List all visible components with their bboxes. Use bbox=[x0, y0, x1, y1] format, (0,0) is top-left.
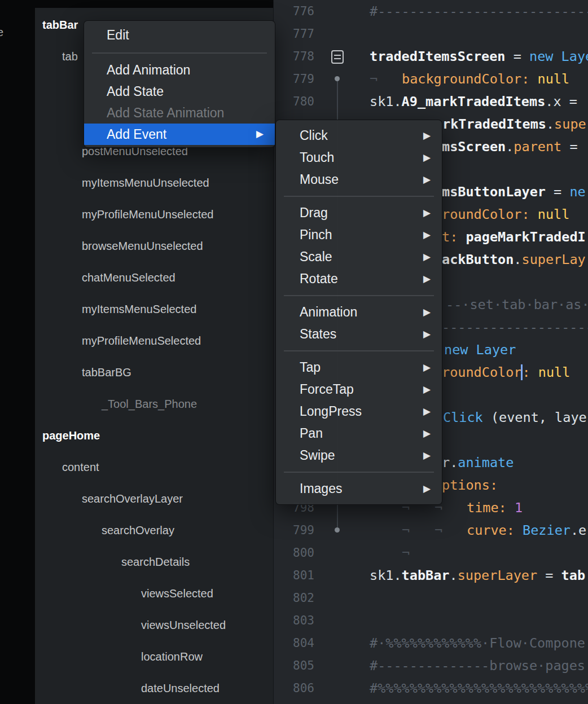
code-token: . bbox=[506, 139, 514, 155]
submenu-item-mouse[interactable]: Mouse▶ bbox=[276, 169, 442, 191]
layer-item-dateunselected[interactable]: dateUnselected bbox=[141, 682, 220, 695]
code-fragment: ackButton.superLay bbox=[442, 248, 586, 271]
code-token: = bbox=[561, 139, 585, 155]
code-line-802[interactable]: 802 bbox=[274, 587, 588, 609]
submenu-item-rotate[interactable]: Rotate▶ bbox=[276, 268, 442, 290]
menu-item-label: Drag bbox=[300, 205, 328, 220]
code-line-780[interactable]: 780sk1.A9_markTradedItems.x = bbox=[274, 90, 588, 113]
code-line-805[interactable]: 805#--------------browse·pages bbox=[274, 654, 588, 677]
menu-item-add-animation[interactable]: Add Animation bbox=[84, 59, 275, 81]
layer-item-content[interactable]: content bbox=[62, 461, 99, 474]
code-fragment: #·%%%%%%%%%%%%·Flow·Compone bbox=[370, 632, 585, 654]
code-token: Layer bbox=[561, 49, 588, 64]
code-line-804[interactable]: 804#·%%%%%%%%%%%%·Flow·Compone bbox=[274, 632, 588, 654]
line-number: 802 bbox=[274, 587, 314, 609]
code-token: ¬ bbox=[402, 545, 410, 561]
submenu-item-longpress[interactable]: LongPress▶ bbox=[276, 401, 442, 423]
menu-item-add-state[interactable]: Add State bbox=[84, 81, 275, 102]
code-token: ackButton bbox=[442, 252, 514, 267]
submenu-item-swipe[interactable]: Swipe▶ bbox=[276, 445, 442, 467]
code-token: parent bbox=[514, 139, 561, 155]
menu-item-add-state-animation: Add State Animation bbox=[84, 102, 275, 124]
code-line-800[interactable]: 800¬ bbox=[274, 542, 588, 564]
code-line-777[interactable]: 777 bbox=[274, 23, 588, 45]
layer-item-tabbarbg[interactable]: tabBarBG bbox=[82, 366, 131, 379]
menu-item-label: Add State bbox=[107, 84, 164, 99]
submenu-item-tap[interactable]: Tap▶ bbox=[276, 357, 442, 379]
code-token: --·set·tab·bar·as· bbox=[446, 297, 588, 313]
layer-item-searchdetails[interactable]: searchDetails bbox=[121, 556, 190, 569]
code-line-801[interactable]: 801sk1.tabBar.superLayer = tab bbox=[274, 564, 588, 587]
context-menu: EditAdd AnimationAdd StateAdd State Anim… bbox=[84, 20, 275, 148]
submenu-item-drag[interactable]: Drag▶ bbox=[276, 202, 442, 224]
code-fragment: msButtonLayer = ne bbox=[442, 181, 586, 203]
submenu-item-states[interactable]: States▶ bbox=[276, 323, 442, 345]
code-token: backgroundColor: bbox=[402, 71, 529, 87]
layer-item-tab[interactable]: tab bbox=[62, 50, 78, 63]
submenu-arrow-icon: ▶ bbox=[423, 268, 431, 290]
layer-item-tool-bars-phone[interactable]: _Tool_Bars_Phone bbox=[102, 398, 197, 411]
code-token: (event, laye bbox=[483, 410, 587, 425]
code-token: ¬ bbox=[402, 522, 410, 538]
submenu-arrow-icon: ▶ bbox=[423, 301, 431, 323]
submenu-item-pinch[interactable]: Pinch▶ bbox=[276, 224, 442, 246]
layer-item-viewsunselected[interactable]: viewsUnselected bbox=[141, 619, 226, 632]
submenu-item-images[interactable]: Images▶ bbox=[276, 478, 442, 500]
code-token: #%%%%%%%%%%%%%%%%%%%%%%%%%%%%% bbox=[370, 680, 588, 696]
code-token: . bbox=[393, 94, 401, 109]
code-token: ¬ bbox=[370, 71, 378, 87]
submenu-item-pan[interactable]: Pan▶ bbox=[276, 423, 442, 445]
submenu-arrow-icon: ▶ bbox=[423, 246, 431, 268]
code-token bbox=[529, 71, 537, 87]
submenu-item-animation[interactable]: Animation▶ bbox=[276, 301, 442, 323]
menu-separator bbox=[284, 472, 434, 473]
layer-item-locationrow[interactable]: locationRow bbox=[141, 650, 203, 663]
layer-item-chatmenuselected[interactable]: chatMenuSelected bbox=[82, 271, 175, 284]
layer-item-browsemenuunselected[interactable]: browseMenuUnselected bbox=[82, 240, 203, 253]
code-line-779[interactable]: 779¬backgroundColor: null bbox=[274, 68, 588, 90]
line-number: 779 bbox=[274, 68, 314, 90]
submenu-item-scale[interactable]: Scale▶ bbox=[276, 246, 442, 268]
layer-item-tabbar[interactable]: tabBar bbox=[42, 19, 78, 32]
code-token bbox=[507, 500, 515, 516]
layer-item-searchoverlay[interactable]: searchOverlay bbox=[102, 524, 174, 537]
layer-item-myprofilemenuselected[interactable]: myProfileMenuSelected bbox=[82, 335, 201, 347]
code-token bbox=[468, 342, 476, 358]
menu-item-label: Touch bbox=[300, 150, 334, 165]
menu-separator bbox=[284, 295, 434, 296]
code-token: . bbox=[450, 567, 458, 583]
layer-item-myitemsmenuunselected[interactable]: myItemsMenuUnselected bbox=[82, 177, 209, 190]
code-token: Layer bbox=[476, 342, 516, 358]
code-token: msButtonLayer bbox=[442, 184, 546, 200]
clipped-edge-text: e bbox=[0, 26, 3, 39]
app-window: 776#------------------------------777778… bbox=[0, 0, 588, 704]
code-token: = bbox=[506, 49, 529, 64]
layer-item-searchoverlaylayer[interactable]: searchOverlayLayer bbox=[82, 492, 183, 505]
code-line-799[interactable]: 799¬¬curve: Bezier.e bbox=[274, 519, 588, 542]
submenu-arrow-icon: ▶ bbox=[423, 379, 431, 401]
layer-item-viewsselected[interactable]: viewsSelected bbox=[141, 587, 213, 600]
layer-item-myitemsmenuselected[interactable]: myItemsMenuSelected bbox=[82, 303, 196, 316]
code-token bbox=[530, 206, 538, 222]
code-fragment: ¬ bbox=[370, 68, 378, 90]
layer-item-pagehome[interactable]: pageHome bbox=[42, 429, 100, 442]
submenu-item-click[interactable]: Click▶ bbox=[276, 125, 442, 147]
code-line-776[interactable]: 776#------------------------------ bbox=[274, 0, 588, 23]
line-number: 799 bbox=[274, 519, 314, 542]
menu-item-edit[interactable]: Edit bbox=[84, 24, 275, 46]
line-number: 804 bbox=[274, 632, 314, 654]
code-line-806[interactable]: 806#%%%%%%%%%%%%%%%%%%%%%%%%%%%%% bbox=[274, 677, 588, 699]
code-token: Bezier bbox=[523, 522, 571, 538]
line-number: 806 bbox=[274, 677, 314, 699]
menu-item-add-event[interactable]: Add Event▶ bbox=[84, 124, 275, 145]
code-fragment: --·set·tab·bar·as· bbox=[446, 293, 588, 316]
menu-item-label: Add Event bbox=[107, 127, 166, 142]
layer-item-myprofilemenuunselected[interactable]: myProfileMenuUnselected bbox=[82, 208, 213, 221]
submenu-arrow-icon: ▶ bbox=[423, 147, 431, 169]
code-token: ¬ bbox=[435, 522, 442, 538]
submenu-item-touch[interactable]: Touch▶ bbox=[276, 147, 442, 169]
code-line-803[interactable]: 803 bbox=[274, 609, 588, 632]
code-line-778[interactable]: 778tradedItemsScreen = new Layer bbox=[274, 45, 588, 68]
code-token: superLayer bbox=[458, 567, 537, 583]
submenu-item-forcetap[interactable]: ForceTap▶ bbox=[276, 379, 442, 401]
